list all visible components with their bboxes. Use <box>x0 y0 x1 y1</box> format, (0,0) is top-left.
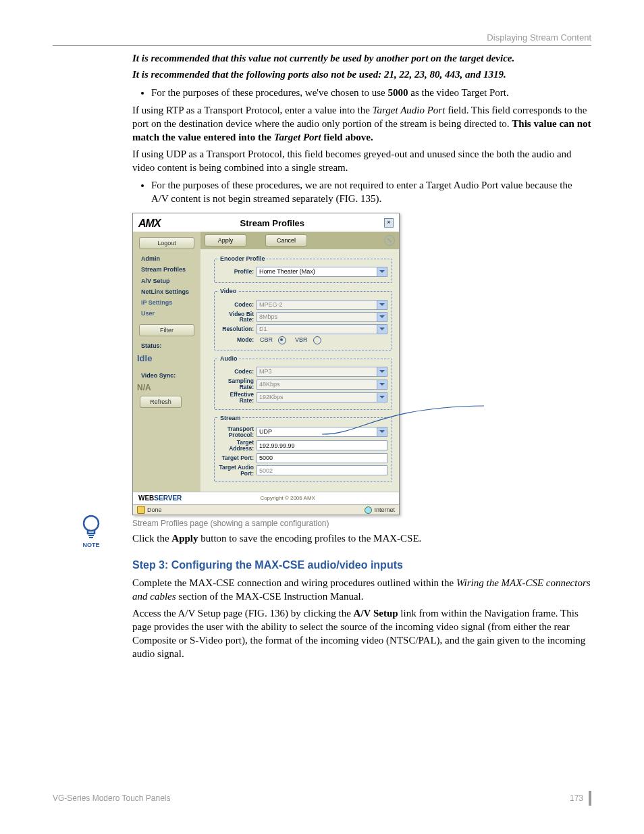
aeff-select[interactable]: 192Kbps <box>257 392 387 402</box>
video-group: Video Codec:MPEG-2 Video Bit Rate:8Mbps … <box>214 287 392 350</box>
chevron-down-icon <box>377 380 387 389</box>
chevron-down-icon <box>377 427 387 436</box>
app-title: Stream Profiles <box>161 217 384 230</box>
bullet1-b: 5000 <box>388 87 408 98</box>
lightbulb-icon <box>79 513 103 540</box>
globe-icon <box>365 506 372 514</box>
vcodec-label: Codec: <box>219 302 257 308</box>
s3p1a: Complete the MAX-CSE connection and wiri… <box>132 577 456 588</box>
figure-caption: Stream Profiles page (showing a sample c… <box>132 518 591 529</box>
step3-p2: Access the A/V Setup page (FIG. 136) by … <box>132 606 591 661</box>
chevron-down-icon <box>377 393 387 402</box>
acodec-value: MP3 <box>259 368 272 375</box>
status-net: Internet <box>374 506 395 514</box>
footer-page-number: 173 <box>570 793 583 803</box>
aeff-value: 192Kbps <box>259 394 284 400</box>
close-icon[interactable]: × <box>384 218 394 228</box>
encoder-legend: Encoder Profile <box>219 255 267 263</box>
vmode-label: Mode: <box>219 337 257 343</box>
status-label: Status: <box>137 340 196 351</box>
webserver-logo: WEBSERVER <box>138 494 182 503</box>
note-margin: NOTE <box>61 513 122 548</box>
app-toolbar: Apply Cancel <box>200 232 399 249</box>
bullet-target-port: For the purposes of these procedures, we… <box>151 86 591 99</box>
profile-label: Profile: <box>219 269 257 275</box>
acodec-label: Codec: <box>219 369 257 375</box>
logout-button[interactable]: Logout <box>139 237 194 249</box>
header-rule <box>53 45 591 46</box>
nav-user[interactable]: User <box>137 308 196 319</box>
vcodec-value: MPEG-2 <box>259 301 283 308</box>
bullet-no-audio-port: For the purposes of these procedures, we… <box>151 178 591 206</box>
addr-label: Target Address: <box>219 440 257 452</box>
filter-button[interactable]: Filter <box>139 324 194 336</box>
vcodec-select[interactable]: MPEG-2 <box>257 300 387 310</box>
chevron-down-icon <box>377 367 387 376</box>
port-input[interactable] <box>257 453 387 463</box>
encoder-profile-group: Encoder Profile Profile: Home Theater (M… <box>214 255 392 283</box>
video-legend: Video <box>219 287 238 295</box>
audio-legend: Audio <box>219 355 239 363</box>
cbr-radio[interactable] <box>278 336 286 344</box>
footer-title: VG-Series Modero Touch Panels <box>53 793 171 803</box>
acodec-select[interactable]: MP3 <box>257 367 387 377</box>
vbitrate-label: Video Bit Rate: <box>219 311 257 323</box>
refresh-icon[interactable] <box>384 235 395 246</box>
vbr-radio[interactable] <box>313 336 321 344</box>
cancel-button[interactable]: Cancel <box>265 234 307 246</box>
step3-heading: Step 3: Configuring the MAX-CSE audio/vi… <box>53 558 591 573</box>
vsync-label: Video Sync: <box>137 370 196 381</box>
profile-select[interactable]: Home Theater (Max) <box>257 267 387 277</box>
webserver-pre: WEB <box>138 494 154 502</box>
svg-point-0 <box>84 516 99 531</box>
running-header: Displaying Stream Content <box>53 32 591 43</box>
recommendation-2: It is recommended that the following por… <box>132 68 591 81</box>
app-sidebar: Logout Admin Stream Profiles A/V Setup N… <box>133 232 200 492</box>
chevron-down-icon <box>377 267 387 276</box>
vres-value: D1 <box>259 325 267 332</box>
nav-av-setup[interactable]: A/V Setup <box>137 276 196 286</box>
vres-select[interactable]: D1 <box>257 324 387 334</box>
refresh-button[interactable]: Refresh <box>140 396 182 408</box>
aport-label: Target Audio Port: <box>219 465 257 477</box>
aport-input[interactable] <box>257 465 387 475</box>
vbitrate-select[interactable]: 8Mbps <box>257 312 387 322</box>
apply-button[interactable]: Apply <box>205 234 246 246</box>
p1e: Target Port <box>274 132 321 142</box>
audio-group: Audio Codec:MP3 Sampling Rate:48Kbps Eff… <box>214 355 392 410</box>
s3p1c: section of the MAX-CSE Instruction Manua… <box>176 591 364 602</box>
asamp-select[interactable]: 48Kbps <box>257 380 387 390</box>
chevron-down-icon <box>377 301 387 309</box>
note-label: NOTE <box>82 542 99 548</box>
nav-stream-profiles[interactable]: Stream Profiles <box>137 264 196 275</box>
nav-admin[interactable]: Admin <box>137 253 196 264</box>
recommendation-1: It is recommended that this value not cu… <box>132 51 591 65</box>
bullet1-c: as the video Target Port. <box>408 87 509 98</box>
cbr-label: CBR <box>260 336 273 343</box>
click-apply-c: button to save the encoding profiles to … <box>198 533 422 544</box>
chevron-down-icon <box>377 313 387 321</box>
step3-p1: Complete the MAX-CSE connection and wiri… <box>132 576 591 604</box>
proto-value: UDP <box>259 428 272 435</box>
status-done: Done <box>147 506 162 514</box>
stream-legend: Stream <box>219 414 242 422</box>
proto-select[interactable]: UDP <box>257 427 387 437</box>
s3p2b: A/V Setup <box>354 608 398 619</box>
nav-ip-settings[interactable]: IP Settings <box>137 297 196 308</box>
chevron-down-icon <box>377 325 387 334</box>
proto-label: Transport Protocol: <box>219 426 257 438</box>
para-rtp: If using RTP as a Transport Protocol, en… <box>132 103 591 145</box>
stream-group: Stream Transport Protocol:UDP Target Add… <box>214 414 392 483</box>
addr-input[interactable] <box>257 440 387 450</box>
click-apply-text: Click the Apply button to save the encod… <box>132 531 591 545</box>
p1a: If using RTP as a Transport Protocol, en… <box>132 105 373 115</box>
vbitrate-value: 8Mbps <box>259 313 277 320</box>
vsync-value: N/A <box>137 381 196 394</box>
s3p2a: Access the A/V Setup page (FIG. 136) by … <box>132 608 354 619</box>
nav-netlinx-settings[interactable]: NetLinx Settings <box>137 286 196 297</box>
para-udp: If using UDP as a Transport Protocol, th… <box>132 147 591 175</box>
status-value: Idle <box>137 351 196 366</box>
profile-value: Home Theater (Max) <box>259 268 315 275</box>
vbr-label: VBR <box>295 336 308 343</box>
vmode-options: CBR VBR <box>257 336 387 344</box>
